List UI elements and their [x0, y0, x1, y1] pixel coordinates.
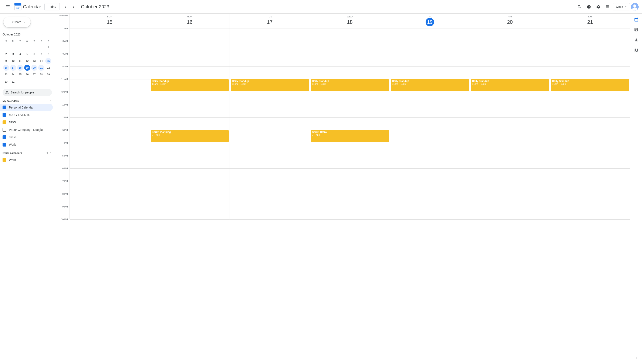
search-button[interactable]: [575, 2, 584, 11]
week-day-header-1[interactable]: MON16: [150, 14, 230, 28]
calendar-item-new[interactable]: NEW⋮: [0, 118, 53, 126]
day-col-6[interactable]: Daily Standup11am – 12pm: [550, 28, 630, 220]
day-col-5[interactable]: Daily Standup11am – 12pm: [470, 28, 550, 220]
month-title: October 2023: [81, 4, 109, 10]
calendar-item-work[interactable]: Work⋮: [0, 141, 53, 148]
mini-cal-day[interactable]: 22: [45, 64, 52, 71]
calendar-item-personal[interactable]: Personal Calendar⋮: [0, 104, 53, 111]
next-week-button[interactable]: ›: [70, 3, 78, 10]
event-block-4[interactable]: Daily Standup11am – 12pm: [471, 79, 549, 91]
calendar-item-tasks[interactable]: Tasks⋮: [0, 133, 53, 141]
apps-button[interactable]: [603, 2, 612, 11]
week-day-num-5[interactable]: 20: [506, 18, 514, 26]
mini-cal-day[interactable]: 27: [31, 71, 38, 78]
mini-cal-day[interactable]: 5: [24, 51, 31, 58]
event-time-1: 11am – 12pm: [232, 82, 307, 85]
mini-cal-day[interactable]: 3: [10, 51, 17, 58]
mini-cal-day[interactable]: 21: [38, 64, 45, 71]
today-button[interactable]: Today: [45, 3, 60, 10]
mini-cal-day[interactable]: 13: [31, 58, 38, 64]
calendar-grid-scroll[interactable]: 7 AM8 AM9 AM10 AM11 AM12 PM1 PM2 PM3 PM4…: [55, 28, 630, 364]
event-title-0: Daily Standup: [152, 80, 228, 82]
event-block-6[interactable]: Sprint Planning3 – 4pm: [151, 130, 229, 142]
mini-cal-day[interactable]: 16: [3, 64, 10, 71]
time-label-14: 2 PM: [62, 116, 68, 119]
event-block-0[interactable]: Daily Standup11am – 12pm: [151, 79, 229, 91]
day-col-1[interactable]: Daily Standup11am – 12pmSprint Planning3…: [150, 28, 230, 220]
week-day-num-0[interactable]: 15: [105, 18, 114, 26]
mini-cal-day[interactable]: 8: [45, 51, 52, 58]
search-people-input[interactable]: Search for people: [3, 89, 52, 96]
right-panel-calendar-button[interactable]: [632, 15, 640, 24]
calendar-item-many-events[interactable]: MANY EVENTS⋮: [0, 111, 53, 118]
view-selector[interactable]: Week: [613, 3, 630, 10]
day-col-0[interactable]: [70, 28, 150, 220]
mini-cal-day[interactable]: 1: [45, 43, 52, 51]
week-day-num-6[interactable]: 21: [586, 18, 594, 26]
week-day-header-5[interactable]: FRI20: [470, 14, 550, 28]
mini-cal-day[interactable]: 31: [10, 78, 17, 85]
mini-cal-day[interactable]: 18: [17, 64, 24, 71]
week-day-num-3[interactable]: 18: [346, 18, 354, 26]
mini-cal-day[interactable]: 24: [10, 71, 17, 78]
hamburger-menu-button[interactable]: [4, 2, 12, 11]
mini-cal-day[interactable]: 6: [31, 51, 38, 58]
mini-cal-day[interactable]: 20: [31, 64, 38, 71]
event-block-7[interactable]: Sprint Retro3 – 4pm: [311, 130, 389, 142]
calendar-checkbox-many-events: [3, 113, 6, 117]
mini-cal-day[interactable]: 28: [38, 71, 45, 78]
mini-cal-day[interactable]: 19: [24, 64, 31, 71]
week-day-header-3[interactable]: WED18: [310, 14, 390, 28]
help-button[interactable]: [585, 2, 593, 11]
my-calendars-toggle[interactable]: ⌃: [49, 100, 52, 103]
right-panel-tasks-button[interactable]: [632, 26, 640, 34]
mini-cal-day[interactable]: 2: [3, 51, 10, 58]
mini-cal-day[interactable]: 29: [45, 71, 52, 78]
calendar-checkbox-paper-company: [3, 128, 6, 132]
my-calendars-header[interactable]: My calendars ⌃: [0, 98, 55, 104]
mini-cal-day[interactable]: 9: [3, 58, 10, 64]
right-panel-add-button[interactable]: +: [632, 354, 640, 362]
mini-cal-day[interactable]: 30: [3, 78, 10, 85]
mini-cal-prev-button[interactable]: ‹: [39, 32, 45, 38]
mini-cal-day[interactable]: 26: [24, 71, 31, 78]
day-col-3[interactable]: Daily Standup11am – 12pmSprint Retro3 – …: [310, 28, 390, 220]
week-day-num-4[interactable]: 19: [426, 18, 434, 26]
event-block-5[interactable]: Daily Standup11am – 12pm: [551, 79, 629, 91]
mini-cal-day[interactable]: 17: [10, 64, 17, 71]
right-panel-maps-button[interactable]: [632, 46, 640, 54]
week-day-header-2[interactable]: TUE17: [230, 14, 310, 28]
create-button[interactable]: + Create: [4, 17, 31, 27]
other-calendars-header[interactable]: Other calendars + ⌃: [0, 150, 55, 156]
event-block-2[interactable]: Daily Standup11am – 12pm: [311, 79, 389, 91]
add-other-calendar-button[interactable]: +: [46, 151, 49, 155]
day-col-4[interactable]: Daily Standup11am – 12pm: [390, 28, 470, 220]
calendar-item-paper-company[interactable]: Paper Company - Google⋮: [0, 126, 53, 133]
mini-cal-day[interactable]: 25: [17, 71, 24, 78]
event-title-7: Sprint Retro: [312, 130, 388, 134]
week-day-num-2[interactable]: 17: [265, 18, 274, 26]
mini-cal-day[interactable]: 14: [38, 58, 45, 64]
mini-cal-day[interactable]: 7: [38, 51, 45, 58]
mini-cal-day[interactable]: 4: [17, 51, 24, 58]
week-day-header-6[interactable]: SAT21: [550, 14, 630, 28]
week-day-header-4[interactable]: THU19: [390, 14, 470, 28]
mini-cal-day[interactable]: 11: [17, 58, 24, 64]
day-col-2[interactable]: Daily Standup11am – 12pm: [230, 28, 310, 220]
other-calendar-item-work-other[interactable]: Work⋮: [0, 156, 53, 164]
avatar[interactable]: [631, 3, 638, 10]
week-day-header-0[interactable]: SUN15: [70, 14, 150, 28]
mini-cal-day[interactable]: 15: [45, 58, 52, 64]
mini-cal-day[interactable]: 10: [10, 58, 17, 64]
week-day-num-1[interactable]: 16: [185, 18, 194, 26]
prev-week-button[interactable]: ‹: [62, 3, 69, 10]
mini-cal-next-button[interactable]: ›: [46, 32, 52, 38]
settings-button[interactable]: [594, 2, 602, 11]
other-calendars-toggle[interactable]: ⌃: [49, 151, 52, 155]
calendar-grid: 7 AM8 AM9 AM10 AM11 AM12 PM1 PM2 PM3 PM4…: [55, 28, 630, 283]
mini-cal-day[interactable]: 23: [3, 71, 10, 78]
mini-cal-day[interactable]: 12: [24, 58, 31, 64]
event-block-3[interactable]: Daily Standup11am – 12pm: [391, 79, 469, 91]
right-panel-contacts-button[interactable]: [632, 36, 640, 44]
event-block-1[interactable]: Daily Standup11am – 12pm: [231, 79, 309, 91]
